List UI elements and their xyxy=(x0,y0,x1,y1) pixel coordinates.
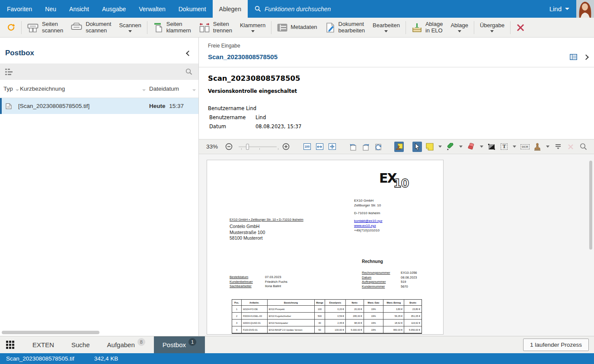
invoice-company-block: EX10 GmbH Zettburger Str. 10 D-71010 Iks… xyxy=(354,198,382,233)
stamp-tool[interactable] xyxy=(533,142,542,152)
invoice-header-row: Pos.Artikelnr.BezeichnungMengeEinzelprei… xyxy=(232,300,422,306)
metadata-summary: Benutzername Lind xyxy=(208,105,594,111)
rotate-right-icon[interactable] xyxy=(361,142,370,152)
tab-exten[interactable]: EXTEN xyxy=(24,336,63,353)
invoice-cell: 20,00 € xyxy=(346,306,364,312)
viewer-search-icon[interactable] xyxy=(578,142,588,152)
chevron-down-icon xyxy=(458,30,461,32)
note-tool-menu[interactable] xyxy=(438,146,442,148)
menu-ausgabe[interactable]: Ausgabe xyxy=(96,0,132,18)
list-search-icon[interactable] xyxy=(185,68,192,75)
text-tool-menu[interactable] xyxy=(513,146,516,148)
list-view-icon[interactable] xyxy=(5,69,13,75)
app-grid-icon[interactable] xyxy=(0,336,24,353)
zoom-slider-handle[interactable] xyxy=(246,144,249,150)
user-menu[interactable]: Lind xyxy=(543,0,576,18)
delete-annotation-icon xyxy=(566,142,575,152)
staple-menu-button[interactable]: Klammern xyxy=(236,19,269,37)
zoom-in-icon[interactable] xyxy=(281,142,291,152)
invoice-item-row: 4F100-DVD-01EX10 BASP 2.0 Update Version… xyxy=(232,326,422,333)
app-window: Favoriten Neu Ansicht Ausgabe Verwalten … xyxy=(0,0,594,364)
menu-dokument[interactable]: Dokument xyxy=(172,0,213,18)
column-filter-icon[interactable] xyxy=(192,89,196,91)
column-header-typ[interactable]: Typ xyxy=(0,85,16,92)
zoom-slider[interactable] xyxy=(239,142,277,151)
refresh-button[interactable] xyxy=(3,19,19,37)
edit-menu-button[interactable]: Bearbeiten xyxy=(369,19,404,37)
marker-tool[interactable] xyxy=(446,142,455,152)
menu-favoriten[interactable]: Favoriten xyxy=(0,0,38,18)
user-avatar[interactable] xyxy=(576,0,594,18)
divider xyxy=(474,21,474,34)
menu-ansicht[interactable]: Ansicht xyxy=(63,0,96,18)
zoom-out-icon[interactable] xyxy=(224,142,234,152)
edit-document-button[interactable]: Dokumentbearbeiten xyxy=(321,19,369,37)
invoice-cell: EX10 Notizquader xyxy=(268,320,315,326)
postbox-list-item[interactable]: [Scan_20230808578505.tif] Heute 15:37 xyxy=(0,98,198,114)
eraser-tool[interactable] xyxy=(466,142,476,152)
function-search-input[interactable] xyxy=(265,6,377,13)
fit-page-icon[interactable] xyxy=(327,142,337,152)
scan-pages-button[interactable]: Seitenscannen xyxy=(23,19,67,37)
scan-document-button[interactable]: Dokumentscannen xyxy=(67,19,115,37)
fit-width-icon[interactable] xyxy=(315,142,324,152)
file-date-label: Heute xyxy=(149,103,166,109)
document-preview[interactable]: EX10 EX10 GmbH Zettburger Str. 10 D-7101… xyxy=(199,154,594,336)
file-menu-button[interactable]: Ablage xyxy=(447,19,472,37)
redact-tool[interactable] xyxy=(487,142,497,152)
list-filter-bar xyxy=(0,63,198,80)
margin-notes-icon[interactable] xyxy=(553,142,563,152)
tab-postbox[interactable]: Postbox 1 xyxy=(154,336,205,353)
tab-aufgaben[interactable]: Aufgaben 8 xyxy=(99,336,154,353)
invoice-column-header: Brutto xyxy=(404,300,422,305)
column-header-dateidatum[interactable]: Dateidatum xyxy=(148,85,198,92)
menu-verwalten[interactable]: Verwalten xyxy=(132,0,172,18)
invoice-cell: 500 xyxy=(315,313,325,319)
rotate-left-icon[interactable] xyxy=(348,142,358,152)
vertical-scrollbar[interactable] xyxy=(589,161,592,250)
file-in-elo-button[interactable]: Ablagein ELO xyxy=(408,19,447,37)
metadata-button[interactable]: Metadaten xyxy=(273,19,321,37)
invoice-cell: 4 xyxy=(232,326,242,333)
status-file-size: 342,4 KB xyxy=(94,355,118,362)
text-annotation-tool[interactable]: T xyxy=(499,142,509,152)
ocr-tool[interactable]: OCR xyxy=(520,142,530,152)
metadata-field: Datum 08.08.2023, 15:37 xyxy=(208,123,594,130)
running-process-button[interactable]: 1 laufender Prozess xyxy=(523,339,589,351)
scanner-pages-icon xyxy=(27,22,39,33)
menu-ablegen[interactable]: Ablegen xyxy=(213,0,248,18)
zoom-100-icon[interactable]: 100 xyxy=(302,142,312,152)
horizontal-scrollbar[interactable] xyxy=(2,331,99,334)
invoice-recipient: Contelo GmbH Musterstraße 100 58100 Must… xyxy=(230,224,265,241)
user-name: Lind xyxy=(549,5,562,13)
button-label: Scannen xyxy=(119,22,141,29)
split-pages-button[interactable]: Seitentrennen xyxy=(195,19,236,37)
invoice-column-header: Mwst.-Betrag xyxy=(383,300,404,305)
menu-neu[interactable]: Neu xyxy=(38,0,63,18)
list-header-row: Typ Kurzbezeichnung Dateidatum xyxy=(0,80,198,98)
metadata-field: Benutzername Lind xyxy=(208,114,594,120)
scan-menu-button[interactable]: Scannen xyxy=(115,19,145,37)
collapse-panel-icon[interactable] xyxy=(186,51,192,56)
expand-right-icon[interactable] xyxy=(583,54,589,60)
stamp-tool-menu[interactable] xyxy=(546,146,549,148)
invoice-cell: 5.000,00 € xyxy=(346,326,364,333)
pointer-tool[interactable] xyxy=(412,142,422,152)
column-header-kurzbezeichnung[interactable]: Kurzbezeichnung xyxy=(16,85,148,92)
tab-suche[interactable]: Suche xyxy=(63,336,99,353)
metadata-form-icon[interactable] xyxy=(570,54,577,60)
handover-menu-button[interactable]: Übergabe xyxy=(476,19,508,37)
chevron-down-icon xyxy=(565,8,569,10)
staple-pages-button[interactable]: Seitenklammern xyxy=(149,19,195,37)
invoice-cell: EX10 Kugelschreiber xyxy=(268,313,315,319)
eraser-tool-menu[interactable] xyxy=(480,146,483,148)
note-tool[interactable] xyxy=(425,142,434,152)
rotate-180-icon[interactable] xyxy=(374,142,383,152)
show-annotations-toggle[interactable] xyxy=(394,142,404,152)
refresh-icon xyxy=(6,23,16,32)
viewer-toolbar: 33% 100 xyxy=(199,139,594,154)
marker-tool-menu[interactable] xyxy=(459,146,463,148)
invoice-item-row: 2F0004-KUGEL-00EX10 Kugelschreiber5000,5… xyxy=(232,313,422,320)
close-button[interactable] xyxy=(512,19,529,37)
column-filter-icon[interactable] xyxy=(142,89,146,91)
